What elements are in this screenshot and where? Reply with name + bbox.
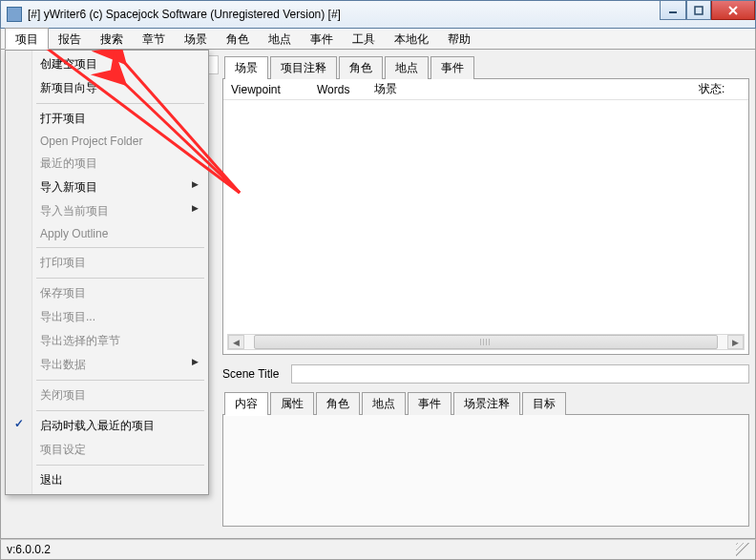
maximize-icon xyxy=(694,6,704,15)
menu-item-14: 导出选择的章节 xyxy=(8,329,206,353)
column-scene[interactable]: 场景 xyxy=(367,78,691,100)
scroll-right-button[interactable]: ▶ xyxy=(727,335,744,349)
lower-tabstrip: 内容属性角色地点事件场景注释目标 xyxy=(222,392,749,415)
menu-item-label: Open Project Folder xyxy=(40,135,142,148)
scene-title-row: Scene Title xyxy=(222,364,749,384)
column-status[interactable]: 状态: xyxy=(691,78,748,100)
menu-item-20: 项目设定 xyxy=(8,438,206,462)
menu-separator xyxy=(36,103,204,104)
app-icon xyxy=(7,7,22,22)
menu-item-label: 最近的项目 xyxy=(40,156,97,170)
scene-title-input[interactable] xyxy=(291,364,749,384)
lower-tab-0[interactable]: 内容 xyxy=(224,392,268,415)
version-label: v:6.0.0.2 xyxy=(7,543,51,556)
menu-separator xyxy=(36,247,204,248)
menu-工具[interactable]: 工具 xyxy=(343,29,385,49)
menu-项目[interactable]: 项目 xyxy=(5,28,49,50)
lower-tab-1[interactable]: 属性 xyxy=(270,392,314,415)
menu-item-17: 关闭项目 xyxy=(8,384,206,407)
resize-grip[interactable] xyxy=(736,543,749,556)
menu-separator xyxy=(36,410,204,411)
menu-item-label: 保存项目 xyxy=(40,286,86,300)
window-controls xyxy=(660,1,755,20)
minimize-icon xyxy=(668,6,678,15)
menu-separator xyxy=(36,278,204,279)
upper-tab-4[interactable]: 事件 xyxy=(430,56,474,79)
menu-本地化[interactable]: 本地化 xyxy=(385,29,438,49)
scroll-thumb[interactable] xyxy=(254,335,718,349)
upper-tab-2[interactable]: 角色 xyxy=(339,56,383,79)
menu-item-label: 导出选择的章节 xyxy=(40,334,120,347)
menu-item-label: 打开项目 xyxy=(40,112,86,125)
menu-item-label: 导入新项目 xyxy=(40,180,97,194)
minimize-button[interactable] xyxy=(660,1,686,20)
menu-地点[interactable]: 地点 xyxy=(259,29,301,49)
column-viewpoint[interactable]: Viewpoint xyxy=(223,80,309,99)
content-panel[interactable] xyxy=(222,414,749,527)
window-title: [#] yWriter6 (c) Spacejock Software (Unr… xyxy=(28,8,341,21)
lower-tab-4[interactable]: 事件 xyxy=(408,392,452,415)
project-menu-dropdown: 创建空项目新项目向导打开项目Open Project Folder最近的项目导入… xyxy=(5,50,209,495)
upper-section: 场景项目注释角色地点事件 Viewpoint Words 场景 状态: ◀ ▶ … xyxy=(222,55,749,384)
upper-tab-3[interactable]: 地点 xyxy=(385,56,429,79)
menu-item-label: 启动时载入最近的项目 xyxy=(40,419,155,432)
menu-item-label: 导出数据 xyxy=(40,358,86,371)
maximize-button[interactable] xyxy=(686,1,711,20)
lower-tab-3[interactable]: 地点 xyxy=(362,392,406,415)
menu-item-label: 新项目向导 xyxy=(40,81,97,94)
column-words[interactable]: Words xyxy=(309,80,367,99)
menu-item-label: 项目设定 xyxy=(40,443,86,456)
menu-item-5: 最近的项目 xyxy=(8,152,206,176)
scroll-track[interactable] xyxy=(244,335,727,349)
right-pane: 场景项目注释角色地点事件 Viewpoint Words 场景 状态: ◀ ▶ … xyxy=(222,55,749,532)
menu-item-6[interactable]: 导入新项目 xyxy=(8,176,206,199)
menu-item-10: 打印项目 xyxy=(8,251,206,275)
menu-章节[interactable]: 章节 xyxy=(133,29,175,49)
scene-title-label: Scene Title xyxy=(222,367,291,381)
menu-item-label: Apply Outline xyxy=(40,227,108,240)
svg-rect-1 xyxy=(695,7,703,14)
check-icon: ✓ xyxy=(14,417,24,430)
menu-item-label: 打印项目 xyxy=(40,256,86,269)
menu-item-1[interactable]: 新项目向导 xyxy=(8,76,206,100)
menu-item-19[interactable]: ✓启动时载入最近的项目 xyxy=(8,414,206,438)
horizontal-scrollbar[interactable]: ◀ ▶ xyxy=(227,334,745,350)
menu-item-13: 导出项目... xyxy=(8,305,206,329)
menu-角色[interactable]: 角色 xyxy=(217,29,259,49)
scene-list-header: Viewpoint Words 场景 状态: xyxy=(223,79,748,100)
scene-list-panel: Viewpoint Words 场景 状态: ◀ ▶ xyxy=(222,78,749,355)
menu-报告[interactable]: 报告 xyxy=(49,29,91,49)
menu-separator xyxy=(36,465,204,466)
client-area: P 创建空项目新项目向导打开项目Open Project Folder最近的项目… xyxy=(0,50,756,539)
close-button[interactable] xyxy=(711,1,755,20)
lower-tab-5[interactable]: 场景注释 xyxy=(453,392,520,415)
menu-bar: 项目报告搜索章节场景角色地点事件工具本地化帮助 xyxy=(0,29,756,50)
menu-场景[interactable]: 场景 xyxy=(175,29,217,49)
menu-item-label: 导入当前项目 xyxy=(40,204,109,218)
lower-section: 内容属性角色地点事件场景注释目标 xyxy=(222,391,749,527)
lower-tab-6[interactable]: 目标 xyxy=(522,392,566,415)
menu-事件[interactable]: 事件 xyxy=(301,29,343,49)
menu-item-12: 保存项目 xyxy=(8,281,206,305)
menu-item-label: 创建空项目 xyxy=(40,57,97,71)
scroll-left-button[interactable]: ◀ xyxy=(228,335,244,349)
menu-搜索[interactable]: 搜索 xyxy=(91,29,133,49)
menu-item-label: 退出 xyxy=(40,473,63,487)
menu-帮助[interactable]: 帮助 xyxy=(438,29,480,49)
menu-separator xyxy=(36,380,204,381)
menu-item-4: Open Project Folder xyxy=(8,131,206,152)
menu-item-label: 导出项目... xyxy=(40,310,95,323)
lower-tab-2[interactable]: 角色 xyxy=(316,392,360,415)
menu-item-15: 导出数据 xyxy=(8,353,206,377)
menu-item-label: 关闭项目 xyxy=(40,388,86,402)
menu-item-22[interactable]: 退出 xyxy=(8,468,206,492)
upper-tab-1[interactable]: 项目注释 xyxy=(270,56,337,79)
menu-item-8: Apply Outline xyxy=(8,223,206,244)
menu-item-7: 导入当前项目 xyxy=(8,199,206,223)
status-bar: v:6.0.0.2 xyxy=(0,539,756,560)
close-icon xyxy=(727,6,739,15)
upper-tab-0[interactable]: 场景 xyxy=(224,56,268,79)
menu-item-0[interactable]: 创建空项目 xyxy=(8,52,206,76)
upper-tabstrip: 场景项目注释角色地点事件 xyxy=(222,56,749,79)
menu-item-3[interactable]: 打开项目 xyxy=(8,107,206,131)
